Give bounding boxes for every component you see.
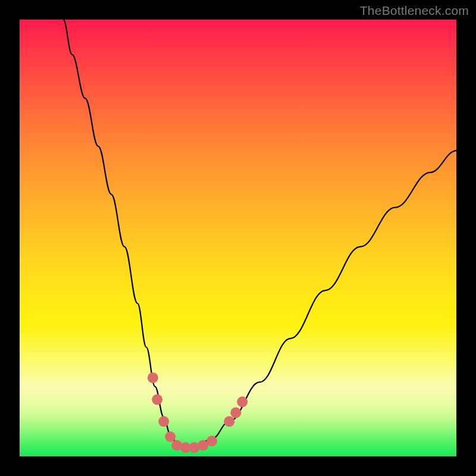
highlight-dot [237,396,248,407]
watermark-text: TheBottleneck.com [360,4,469,18]
plot-gradient-area [20,20,456,456]
curve-layer [20,20,456,456]
highlight-dot [165,431,176,442]
highlight-dot [158,416,169,427]
bottleneck-curve [63,20,456,447]
chart-frame: TheBottleneck.com [0,0,476,476]
highlight-dot [224,416,234,427]
highlight-dot [152,394,162,405]
highlight-dot [206,436,217,446]
highlight-dot [148,372,158,383]
highlight-dot [230,408,241,418]
